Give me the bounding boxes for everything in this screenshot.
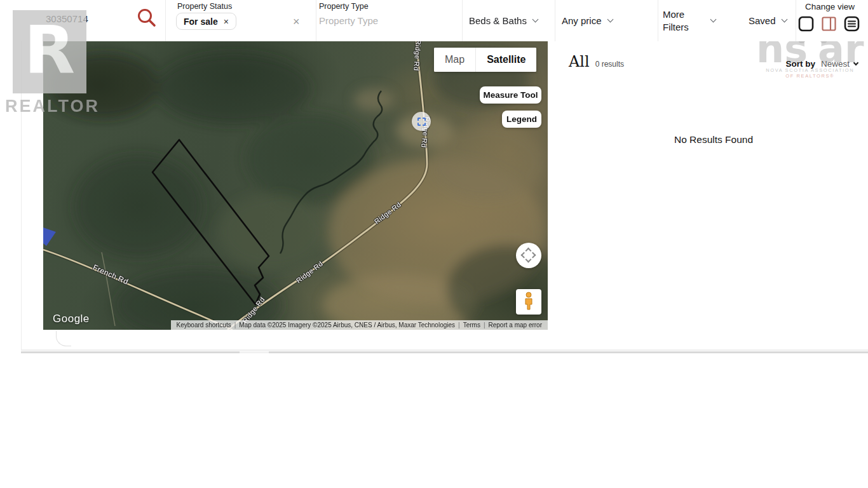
scroll-rule-left — [21, 351, 240, 353]
map-type-map-button[interactable]: Map — [434, 48, 476, 72]
map-overlay-graphics — [43, 41, 548, 330]
panel-bottom-border — [21, 349, 868, 351]
property-type-input[interactable] — [319, 15, 433, 26]
chevron-down-icon — [532, 17, 538, 23]
chevron-down-icon — [607, 17, 613, 23]
listing-cluster-marker[interactable] — [412, 112, 431, 131]
map-data-text: Map data ©2025 Imagery ©2025 Airbus, CNE… — [236, 322, 458, 329]
divider — [555, 0, 555, 41]
for-sale-chip-label: For sale — [184, 17, 218, 27]
results-panel: All 0 results Sort by Newest No Results … — [559, 41, 868, 348]
property-status-label: Property Status — [177, 2, 232, 11]
sort-value: Newest — [821, 59, 850, 69]
chevron-down-icon — [853, 60, 858, 65]
map-type-toggle: Map Satellite — [434, 48, 536, 72]
tab-all[interactable]: All — [569, 53, 590, 71]
map-type-satellite-button[interactable]: Satellite — [476, 48, 536, 72]
panel-left-border — [21, 0, 22, 350]
divider — [658, 0, 658, 41]
scroll-rule-gap — [240, 351, 269, 353]
report-map-error-link[interactable]: Report a map error — [485, 322, 545, 329]
divider — [165, 0, 166, 41]
pegman-icon — [522, 292, 536, 313]
sort-by-label: Sort by — [785, 59, 815, 69]
search-icon — [136, 21, 158, 30]
page: Property Status For sale × × Property Ty… — [0, 0, 868, 488]
divider — [796, 0, 796, 41]
pan-right-icon — [530, 252, 536, 259]
list-view-button[interactable] — [844, 16, 860, 32]
pan-control[interactable] — [516, 243, 541, 268]
more-filters-dropdown[interactable]: More Filters — [663, 0, 715, 41]
beds-baths-dropdown[interactable]: Beds & Baths — [469, 0, 538, 41]
chevron-down-icon — [710, 17, 717, 23]
keyboard-shortcuts-link[interactable]: Keyboard shortcuts — [173, 322, 234, 329]
change-view-label: Change view — [805, 2, 855, 11]
chevron-down-icon — [781, 17, 787, 23]
map-canvas[interactable]: Ridge Rd Ridge Rd Ridge Rd Ridge Rd Ridg… — [43, 41, 548, 330]
legend-button[interactable]: Legend — [502, 111, 541, 128]
change-view-group: Change view — [798, 0, 862, 41]
pan-down-icon — [526, 257, 532, 263]
pan-up-icon — [526, 248, 532, 254]
scroll-rule-right — [269, 351, 868, 353]
clear-status-icon[interactable]: × — [293, 15, 300, 29]
saved-dropdown[interactable]: Saved — [749, 0, 787, 41]
split-view-button[interactable] — [821, 16, 837, 32]
price-dropdown[interactable]: Any price — [562, 0, 613, 41]
measure-tool-button[interactable]: Measure Tool — [480, 86, 541, 104]
divider — [316, 0, 316, 41]
divider — [462, 0, 463, 41]
price-label: Any price — [562, 15, 602, 26]
pan-left-icon — [521, 252, 527, 259]
results-count: 0 results — [595, 60, 624, 69]
street-view-pegman[interactable] — [516, 289, 541, 315]
filter-bar: Property Status For sale × × Property Ty… — [0, 0, 868, 41]
list-view-icon — [844, 24, 860, 34]
google-logo[interactable]: Google — [53, 313, 90, 325]
search-input[interactable] — [41, 9, 130, 28]
chip-close-icon[interactable]: × — [224, 17, 229, 26]
split-view-icon — [821, 24, 837, 34]
card-corner — [56, 331, 71, 346]
map-view-icon — [798, 24, 814, 34]
more-filters-label: More Filters — [663, 8, 700, 34]
property-type-label: Property Type — [319, 2, 369, 11]
beds-baths-label: Beds & Baths — [469, 15, 527, 26]
map-view-button[interactable] — [798, 16, 814, 32]
search-button[interactable] — [135, 6, 159, 30]
map-attribution: Keyboard shortcuts | Map data ©2025 Imag… — [171, 320, 548, 330]
sort-control[interactable]: Sort by Newest — [785, 59, 858, 69]
marker-glyph-icon — [417, 118, 426, 126]
terms-link[interactable]: Terms — [460, 322, 484, 329]
no-results-message: No Results Found — [559, 134, 868, 146]
saved-label: Saved — [749, 15, 776, 26]
for-sale-chip[interactable]: For sale × — [176, 13, 236, 30]
